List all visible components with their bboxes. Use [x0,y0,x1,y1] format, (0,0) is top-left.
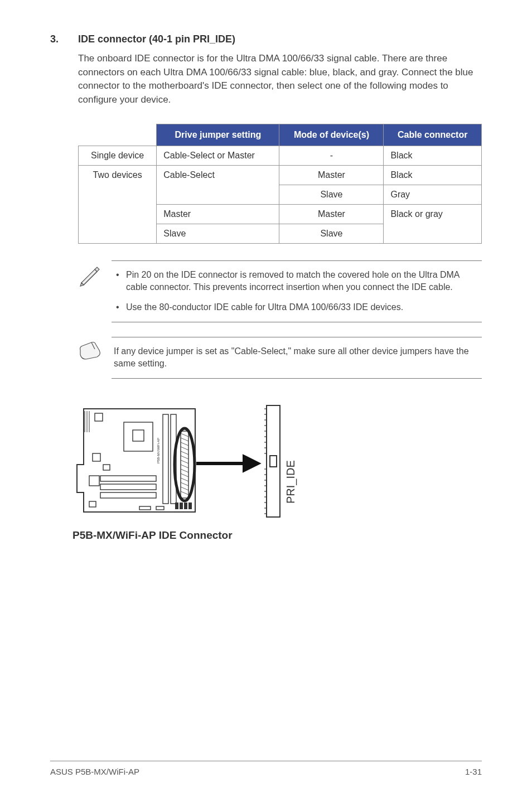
connector-label-text: PRI_IDE [284,460,297,504]
section-heading: 3. IDE connector (40-1 pin PRI_IDE) [50,33,482,45]
cell-slave-mode: Slave [279,224,384,243]
svg-line-23 [181,451,188,455]
table-row: Two devices Cable-Select Master Black [79,165,482,185]
section-body: The onboard IDE connector is for the Ult… [78,52,482,107]
svg-marker-39 [244,457,258,470]
svg-rect-2 [124,422,153,451]
table-header-drive-jumper: Drive jumper setting [157,124,279,146]
cell-single-device-setting: Cable-Select or Master [157,146,279,165]
cell-cable-select-slave-mode: Slave [279,185,384,204]
svg-line-28 [181,474,188,477]
cell-master-setting: Master [157,204,279,224]
cell-cable-select-master-mode: Master [279,165,384,185]
note-block-info: Pin 20 on the IDE connector is removed t… [78,260,482,322]
cell-single-device-cable: Black [384,146,482,165]
svg-rect-3 [133,430,144,441]
board-label-text: P5B-MX/WiFi-AP [157,438,160,463]
ide-connector-diagram: P5B-MX/WiFi-AP [72,398,482,542]
svg-line-20 [181,438,188,441]
cell-two-devices-label: Two devices [79,165,157,243]
svg-rect-18 [181,431,188,498]
pencil-icon [78,260,112,289]
svg-rect-6 [89,501,96,507]
svg-line-22 [181,447,188,450]
svg-line-29 [181,478,188,481]
footer-product: ASUS P5B-MX/WiFi-AP [50,767,139,776]
table-header-cable: Cable connector [384,124,482,146]
svg-rect-5 [89,476,99,486]
svg-line-25 [181,460,188,463]
svg-rect-36 [184,503,187,509]
svg-line-31 [181,487,188,490]
page-footer: ASUS P5B-MX/WiFi-AP 1-31 [50,761,482,776]
svg-rect-34 [175,503,178,509]
svg-line-24 [181,456,188,459]
svg-line-30 [181,482,188,486]
cell-single-device-label: Single device [79,146,157,165]
footer-page-number: 1-31 [465,767,482,776]
table-row: Single device Cable-Select or Master - B… [79,146,482,165]
svg-point-33 [175,428,195,501]
svg-rect-37 [188,503,192,509]
diagram-caption: P5B-MX/WiFi-AP IDE Connector [72,529,482,542]
svg-rect-7 [103,465,110,470]
svg-line-27 [181,469,188,472]
note-block-hand: If any device jumper is set as "Cable-Se… [78,337,482,379]
note-bullet: Pin 20 on the IDE connector is removed t… [126,269,480,294]
svg-rect-8 [100,492,156,498]
svg-rect-16 [163,414,168,504]
svg-rect-41 [270,456,277,467]
note-content: Pin 20 on the IDE connector is removed t… [112,260,482,322]
hand-pointer-icon [78,337,112,364]
cell-slave-setting: Slave [157,224,279,243]
svg-line-19 [181,433,188,437]
svg-rect-11 [139,506,151,510]
cell-single-device-mode: - [279,146,384,165]
cell-master-slave-cable: Black or gray [384,204,482,243]
table-header-blank [79,124,157,146]
section-title: IDE connector (40-1 pin PRI_IDE) [78,33,235,45]
svg-line-32 [181,491,188,495]
cell-cable-select-setting: Cable-Select [157,165,279,204]
svg-line-26 [181,465,188,468]
jumper-settings-table: Drive jumper setting Mode of device(s) C… [78,124,482,244]
cell-cable-select-slave-cable: Gray [384,185,482,204]
svg-rect-12 [156,506,164,510]
svg-rect-9 [100,484,156,490]
svg-rect-1 [95,413,103,421]
svg-rect-35 [180,503,183,509]
cell-master-mode: Master [279,204,384,224]
note-content: If any device jumper is set as "Cable-Se… [112,337,482,379]
cell-cable-select-master-cable: Black [384,165,482,185]
note-bullet: Use the 80-conductor IDE cable for Ultra… [126,301,480,313]
svg-rect-4 [93,453,100,461]
svg-rect-10 [100,476,156,481]
table-header-mode: Mode of device(s) [279,124,384,146]
svg-line-21 [181,442,188,446]
section-number: 3. [50,33,78,45]
